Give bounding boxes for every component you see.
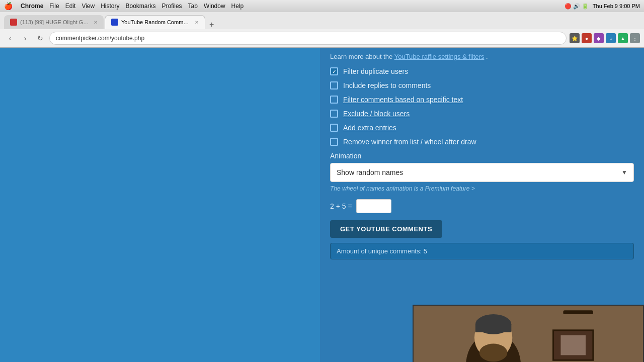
math-captcha-row: 2 + 5 = <box>330 199 634 213</box>
checkbox-exclude-users-box[interactable] <box>330 110 338 118</box>
menu-view[interactable]: View <box>82 3 95 10</box>
checkbox-filter-text[interactable]: Filter comments based on specific text <box>330 96 634 104</box>
learn-more-link[interactable]: YouTube raffle settings & filters <box>394 53 485 60</box>
learn-more-prefix: Learn more about the <box>330 53 394 60</box>
menubar: 🍎 Chrome File Edit View History Bookmark… <box>0 0 644 12</box>
extension-icon-2[interactable]: ◆ <box>594 33 604 43</box>
amount-bar: Amount of unique comments: 5 <box>330 243 634 259</box>
premium-feature-link[interactable]: The wheel of names animation is a Premiu… <box>330 185 475 192</box>
menu-icon[interactable]: ⋮ <box>630 33 640 43</box>
tab-1-favicon <box>10 19 17 26</box>
reload-button[interactable]: ↻ <box>34 32 46 44</box>
extension-icon-3[interactable]: ○ <box>606 33 616 43</box>
svg-point-10 <box>479 344 508 362</box>
tab-bar: (113) [99] HUGE Olight GAW ✕ YouTube Ran… <box>0 12 644 29</box>
new-tab-button[interactable]: + <box>206 20 217 29</box>
bookmark-icon[interactable]: ⭐ <box>570 33 580 43</box>
video-overlay <box>413 305 644 362</box>
checkbox-exclude-users[interactable]: Exclude / block users <box>330 110 634 118</box>
learn-more-suffix: . <box>486 53 488 60</box>
tab-1-close[interactable]: ✕ <box>94 20 98 25</box>
menu-tab[interactable]: Tab <box>188 3 198 10</box>
checkbox-filter-duplicates-label: Filter duplicate users <box>343 67 408 75</box>
forward-button[interactable]: › <box>19 32 31 44</box>
extension-icon-4[interactable]: ▲ <box>618 33 628 43</box>
menu-edit[interactable]: Edit <box>65 3 76 10</box>
extension-icon-1[interactable]: ● <box>582 33 592 43</box>
checkbox-extra-entries-label: Add extra entries <box>343 124 396 132</box>
menubar-right: 🔴 🔊 🔋 Thu Feb 9 9:00 PM <box>565 3 640 10</box>
address-bar[interactable]: commentpicker.com/youtube.php <box>49 32 567 45</box>
left-panel <box>0 48 320 362</box>
svg-rect-3 <box>563 310 593 314</box>
tab-2-close[interactable]: ✕ <box>195 20 199 25</box>
menu-chrome[interactable]: Chrome <box>21 3 43 10</box>
menu-file[interactable]: File <box>49 3 59 10</box>
checkbox-include-replies-box[interactable] <box>330 81 338 89</box>
checkbox-filter-text-box[interactable] <box>330 96 338 104</box>
animation-dropdown[interactable]: Show random names ▼ <box>330 163 634 182</box>
url-text: commentpicker.com/youtube.php <box>56 35 144 42</box>
svg-rect-9 <box>475 324 511 332</box>
tab-1[interactable]: (113) [99] HUGE Olight GAW ✕ <box>4 15 104 29</box>
chevron-down-icon: ▼ <box>621 169 627 176</box>
checkbox-filter-text-label: Filter comments based on specific text <box>343 96 463 104</box>
checkbox-extra-entries[interactable]: Add extra entries <box>330 124 634 132</box>
browser-chrome: (113) [99] HUGE Olight GAW ✕ YouTube Ran… <box>0 12 644 48</box>
back-button[interactable]: ‹ <box>4 32 16 44</box>
checkbox-include-replies-label: Include replies to comments <box>343 81 431 89</box>
apple-menu[interactable]: 🍎 <box>4 2 13 10</box>
menu-history[interactable]: History <box>101 3 119 10</box>
checkbox-filter-duplicates-box[interactable] <box>330 67 338 75</box>
checkbox-remove-winner-box[interactable] <box>330 138 338 146</box>
checkbox-exclude-users-label: Exclude / block users <box>343 110 410 118</box>
tab-2[interactable]: YouTube Random Comment Pi... ✕ <box>105 15 205 29</box>
checkbox-extra-entries-box[interactable] <box>330 124 338 132</box>
animation-dropdown-container: Show random names ▼ <box>330 163 634 182</box>
menu-help[interactable]: Help <box>231 3 244 10</box>
learn-more-row: Learn more about the YouTube raffle sett… <box>330 53 634 60</box>
tab-1-title: (113) [99] HUGE Olight GAW <box>20 19 91 25</box>
math-label: 2 + 5 = <box>330 202 352 210</box>
toolbar-icons: ⭐ ● ◆ ○ ▲ ⋮ <box>570 33 640 43</box>
svg-rect-2 <box>414 305 643 362</box>
tab-2-title: YouTube Random Comment Pi... <box>121 19 192 25</box>
checkbox-filter-duplicates[interactable]: Filter duplicate users <box>330 67 634 75</box>
animation-dropdown-value: Show random names <box>337 168 403 176</box>
video-person-svg <box>414 305 643 362</box>
menu-profiles[interactable]: Profiles <box>162 3 182 10</box>
video-content <box>414 306 643 362</box>
get-comments-button[interactable]: GET YOUTUBE COMMENTS <box>330 220 442 238</box>
tab-2-favicon <box>111 19 118 26</box>
premium-feature-text: The wheel of names animation is a Premiu… <box>330 185 634 192</box>
checkbox-include-replies[interactable]: Include replies to comments <box>330 81 634 89</box>
svg-rect-5 <box>560 335 586 355</box>
animation-label: Animation <box>330 152 634 160</box>
math-input[interactable] <box>356 199 391 213</box>
datetime: Thu Feb 9 9:00 PM <box>593 3 640 9</box>
system-icons: 🔴 🔊 🔋 <box>565 3 589 10</box>
menu-bookmarks[interactable]: Bookmarks <box>126 3 156 10</box>
menu-window[interactable]: Window <box>204 3 225 10</box>
address-bar-row: ‹ › ↻ commentpicker.com/youtube.php ⭐ ● … <box>0 29 644 47</box>
checkbox-remove-winner-label: Remove winner from list / wheel after dr… <box>343 138 476 146</box>
checkbox-remove-winner[interactable]: Remove winner from list / wheel after dr… <box>330 138 634 146</box>
